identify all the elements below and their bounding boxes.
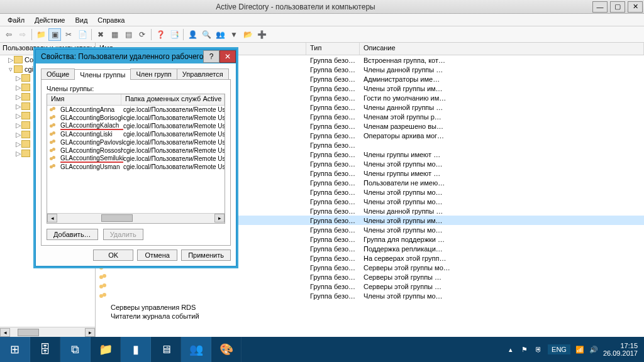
language-indicator[interactable]: ENG [548,344,570,354]
dialog-titlebar[interactable]: Свойства: Пользователи удаленного рабоче… [36,50,236,63]
refresh-button[interactable]: ⟳ [136,28,148,41]
members-label: Члены группы: [47,85,225,92]
member-row[interactable]: GLAccountingKalachcgie.local/Пользовател… [47,122,225,130]
task-server-manager[interactable]: 🗄 [30,337,60,362]
tree-scrollbar[interactable]: ◂ ▸ [0,327,95,337]
grid2-button[interactable]: ▤ [122,28,135,41]
grid1-button[interactable]: ▦ [108,28,121,41]
tray-network-icon[interactable]: 📶 [575,345,584,354]
close-button[interactable]: ✕ [628,1,643,13]
list-item[interactable]: Читатели журнала событий [96,312,644,321]
group-icon [50,123,58,130]
group-icon [50,147,58,155]
member-row[interactable]: GLAccountingPavlovskcgie.local/Пользоват… [47,138,225,146]
group-icon [50,114,58,122]
help-button[interactable]: ❓ [154,28,167,41]
tray-volume-icon[interactable]: 🔊 [589,345,598,354]
scroll-left-icon[interactable]: ◂ [0,328,10,337]
folder-icon [21,112,30,119]
task-aduc[interactable]: 👥 [181,337,211,362]
menu-help[interactable]: Справка [92,14,130,26]
dialog-help-button[interactable]: ? [203,50,219,63]
scroll-thumb[interactable] [18,329,39,336]
back-button[interactable]: ⇦ [3,28,15,41]
forward-button[interactable]: ⇨ [16,28,29,41]
show-hide-tree-button[interactable]: ▣ [48,28,61,41]
up-button[interactable]: 📁 [35,28,47,41]
menu-file[interactable]: Файл [3,14,30,26]
folder-icon [21,93,30,101]
members-list[interactable]: Имя Папка доменных служб Active Director… [47,94,225,224]
add-user-button[interactable]: ➕ [255,28,268,41]
task-powershell[interactable]: ⧉ [60,337,91,362]
expand-icon[interactable]: ▷ [15,93,21,101]
group-icon [50,106,58,114]
new-group-button[interactable]: 👥 [214,28,226,41]
cut-button[interactable]: ✂ [62,28,75,41]
expand-icon[interactable]: ▷ [15,121,21,129]
maximize-button[interactable]: ▢ [610,1,625,13]
table-row[interactable]: Группа безоп…Серверы этой группы … [96,272,644,282]
scroll-thumb[interactable] [101,214,133,222]
col-type[interactable]: Тип [306,43,360,55]
tab-general[interactable]: Общие [41,69,75,79]
properties-button[interactable]: 📄 [76,28,89,41]
tree-domain[interactable]: cgi [25,65,33,73]
start-button[interactable]: ⊞ [0,337,30,362]
delete-button[interactable]: ✖ [94,28,107,41]
member-row[interactable]: GLAccountingBorisoglebskcgie.local/Польз… [47,114,225,122]
tab-members[interactable]: Члены группы [74,69,131,80]
filter-button[interactable]: ▼ [228,28,240,41]
tray-flag-icon[interactable]: ⚑ [520,345,529,354]
expand-icon[interactable]: ▷ [15,74,21,82]
member-col-name[interactable]: Имя [47,94,121,105]
add-button[interactable]: Добавить… [47,229,98,240]
member-row[interactable]: GLAccountingLiskicgie.local/Пользователи… [47,130,225,138]
menu-view[interactable]: Вид [70,14,92,26]
member-row[interactable]: GLAccountingRossoshcgie.local/Пользовате… [47,146,225,155]
expand-icon[interactable]: ▷ [15,150,21,158]
apply-button[interactable]: Применить [181,250,231,261]
find-button[interactable]: 🔍 [200,28,213,41]
tree-root[interactable]: Со [25,56,33,63]
ok-button[interactable]: OK [93,250,133,261]
tray-chevron-icon[interactable]: ▴ [506,345,515,354]
export-button[interactable]: 📑 [168,28,180,41]
tab-member-of[interactable]: Член групп [130,69,177,79]
expand-icon[interactable]: ▷ [15,131,21,139]
task-rdp[interactable]: 🖥 [151,337,181,362]
member-row[interactable]: GLAccountingAnnacgie.local/Пользователи/… [47,106,225,114]
expand-icon[interactable]: ▷ [15,112,21,120]
table-row[interactable]: Группа безоп…Серверы этой группы … [96,282,644,291]
scroll-left-icon[interactable]: ◂ [47,214,57,222]
members-scrollbar[interactable]: ◂ ▸ [47,213,225,223]
tab-managed-by[interactable]: Управляется [177,69,229,79]
expand-icon[interactable]: ▷ [15,84,21,92]
member-row[interactable]: GLAccountingUsmancgie.local/Пользователи… [47,163,225,171]
expand-icon[interactable]: ▷ [8,56,14,64]
task-cmd[interactable]: ▮ [121,337,151,362]
dialog-close-button[interactable]: ✕ [219,50,236,63]
cancel-button[interactable]: Отмена [137,250,177,261]
scroll-right-icon[interactable]: ▸ [85,328,95,337]
expand-icon[interactable]: ▷ [15,102,21,111]
user-icon[interactable]: 👤 [186,28,199,41]
col-desc[interactable]: Описание [360,43,644,55]
taskbar-clock[interactable]: 17:15 26.09.2017 [603,342,638,357]
group-icon [99,292,108,300]
task-explorer[interactable]: 📁 [91,337,121,362]
minimize-button[interactable]: — [592,1,608,13]
collapse-icon[interactable]: ▿ [8,65,14,74]
scroll-right-icon[interactable]: ▸ [214,214,225,222]
new-ou-button[interactable]: 📂 [242,28,254,41]
member-col-folder[interactable]: Папка доменных служб Active Directory [121,94,225,105]
list-item[interactable]: Серверы управления RDS [96,303,644,312]
member-row[interactable]: GLAccountingSemilukicgie.local/Пользоват… [47,155,225,163]
remove-button[interactable]: Удалить [103,229,143,240]
task-paint[interactable]: 🎨 [211,337,242,362]
expand-icon[interactable]: ▷ [15,140,21,148]
window-titlebar: Active Directory - пользователи и компью… [0,0,644,14]
tray-shield-icon[interactable]: ⛨ [534,345,543,354]
table-row[interactable]: Группа безоп…Члены этой группы мо… [96,291,644,300]
menu-action[interactable]: Действие [30,14,70,26]
